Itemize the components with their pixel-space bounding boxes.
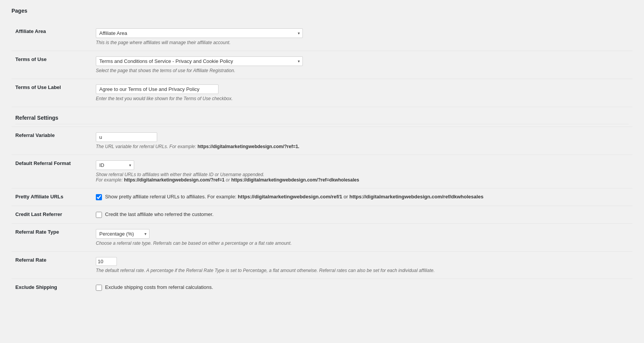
referral-settings-title: Referral Settings — [15, 115, 629, 124]
exclude-shipping-description: Exclude shipping costs from referral cal… — [105, 284, 213, 290]
terms-of-use-label-row: Terms of Use Label Enter the text you wo… — [12, 79, 632, 107]
exclude-shipping-control: Exclude shipping costs from referral cal… — [92, 279, 632, 297]
affiliate-area-label: Affiliate Area — [12, 23, 92, 51]
referral-variable-input[interactable] — [96, 132, 157, 142]
referral-rate-type-select-wrapper: Percentage (%) Flat Rate — [96, 229, 150, 239]
terms-of-use-label-control: Enter the text you would like shown for … — [92, 79, 632, 107]
pretty-affiliate-urls-checkbox[interactable] — [96, 194, 102, 200]
affiliate-area-control: Affiliate Area This is the page where af… — [92, 23, 632, 51]
exclude-shipping-row: Exclude Shipping Exclude shipping costs … — [12, 279, 632, 297]
terms-of-use-description: Select the page that shows the terms of … — [96, 68, 629, 73]
referral-settings-header-cell: Referral Settings — [12, 107, 632, 127]
referral-rate-control: The default referral rate. A percentage … — [92, 252, 632, 279]
affiliate-area-row: Affiliate Area Affiliate Area This is th… — [12, 23, 632, 51]
default-referral-format-row: Default Referral Format ID Username Show… — [12, 155, 632, 188]
pretty-affiliate-urls-checkbox-row: Show pretty affiliate referral URLs to a… — [96, 194, 629, 200]
credit-last-referrer-label: Credit Last Referrer — [12, 206, 92, 224]
referral-rate-label: Referral Rate — [12, 252, 92, 279]
pages-section-title: Pages — [12, 8, 632, 17]
referral-rate-type-description: Choose a referral rate type. Referrals c… — [96, 241, 629, 246]
referral-rate-row: Referral Rate The default referral rate.… — [12, 252, 632, 279]
referral-rate-input[interactable] — [96, 257, 117, 266]
affiliate-area-description: This is the page where affiliates will m… — [96, 40, 629, 45]
affiliate-area-select-wrapper: Affiliate Area — [96, 28, 303, 38]
terms-of-use-label-input[interactable] — [96, 84, 219, 94]
terms-of-use-label-description: Enter the text you would like shown for … — [96, 96, 629, 101]
terms-of-use-control: Terms and Conditions of Service - Privac… — [92, 51, 632, 79]
terms-of-use-select[interactable]: Terms and Conditions of Service - Privac… — [96, 56, 303, 66]
credit-last-referrer-checkbox-row: Credit the last affiliate who referred t… — [96, 211, 629, 218]
credit-last-referrer-control: Credit the last affiliate who referred t… — [92, 206, 632, 224]
referral-rate-type-control: Percentage (%) Flat Rate Choose a referr… — [92, 224, 632, 252]
default-referral-format-select-wrapper: ID Username — [96, 160, 134, 170]
referral-rate-type-row: Referral Rate Type Percentage (%) Flat R… — [12, 224, 632, 252]
affiliate-area-select[interactable]: Affiliate Area — [96, 28, 303, 38]
credit-last-referrer-checkbox[interactable] — [96, 212, 102, 218]
default-referral-format-description: Show referral URLs to affiliates with ei… — [96, 172, 629, 183]
referral-rate-type-select[interactable]: Percentage (%) Flat Rate — [96, 229, 150, 239]
credit-last-referrer-description: Credit the last affiliate who referred t… — [105, 211, 214, 217]
referral-variable-description: The URL variable for referral URLs. For … — [96, 144, 629, 149]
referral-rate-description: The default referral rate. A percentage … — [96, 268, 629, 273]
referral-settings-header-row: Referral Settings — [12, 107, 632, 127]
pretty-affiliate-urls-control: Show pretty affiliate referral URLs to a… — [92, 188, 632, 206]
terms-of-use-select-wrapper: Terms and Conditions of Service - Privac… — [96, 56, 303, 66]
pretty-affiliate-urls-description: Show pretty affiliate referral URLs to a… — [105, 194, 483, 200]
settings-table: Affiliate Area Affiliate Area This is th… — [12, 23, 632, 296]
settings-page: Pages Affiliate Area Affiliate Area This… — [0, 0, 644, 343]
default-referral-format-control: ID Username Show referral URLs to affili… — [92, 155, 632, 188]
terms-of-use-row: Terms of Use Terms and Conditions of Ser… — [12, 51, 632, 79]
default-referral-format-select[interactable]: ID Username — [96, 160, 134, 170]
referral-rate-input-wrap — [96, 257, 629, 266]
terms-of-use-label-field-label: Terms of Use Label — [12, 79, 92, 107]
pretty-affiliate-urls-label: Pretty Affiliate URLs — [12, 188, 92, 206]
credit-last-referrer-row: Credit Last Referrer Credit the last aff… — [12, 206, 632, 224]
default-referral-format-label: Default Referral Format — [12, 155, 92, 188]
exclude-shipping-checkbox[interactable] — [96, 285, 102, 291]
pretty-affiliate-urls-row: Pretty Affiliate URLs Show pretty affili… — [12, 188, 632, 206]
referral-variable-control: The URL variable for referral URLs. For … — [92, 127, 632, 155]
exclude-shipping-checkbox-row: Exclude shipping costs from referral cal… — [96, 284, 629, 291]
referral-rate-type-label: Referral Rate Type — [12, 224, 92, 252]
terms-of-use-label: Terms of Use — [12, 51, 92, 79]
referral-variable-row: Referral Variable The URL variable for r… — [12, 127, 632, 155]
exclude-shipping-label: Exclude Shipping — [12, 279, 92, 297]
referral-variable-label: Referral Variable — [12, 127, 92, 155]
